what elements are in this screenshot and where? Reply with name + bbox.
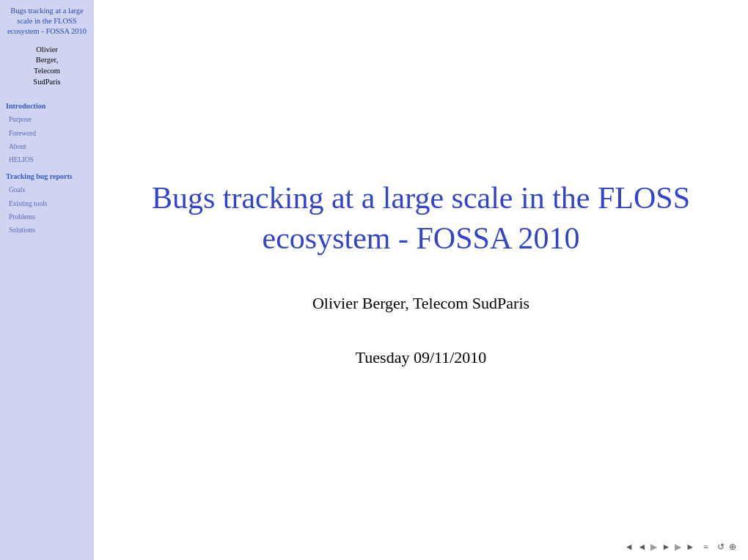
nav-zoom-icon[interactable]: ⊕ [729,542,736,553]
nav-prev-icon[interactable]: ◄ [638,542,647,553]
slide-date: Tuesday 09/11/2010 [356,348,487,367]
sidebar-item-problems[interactable]: Problems [4,212,89,222]
nav-bar: ◄ ◄ ▶ ► ▶ ► ≡ ↺ ⊕ [625,542,736,553]
nav-toc-icon[interactable]: ≡ [703,542,708,553]
sidebar-item-purpose[interactable]: Purpose [4,114,89,125]
slide-title: Bugs tracking at a large scale in the FL… [152,178,690,258]
nav-sep1: ▶ [650,542,657,553]
sidebar: Bugs tracking at a large scale in the FL… [0,0,94,560]
sidebar-item-about[interactable]: About [4,141,89,152]
sidebar-item-helios[interactable]: HELIOS [4,155,89,165]
sidebar-section-introduction[interactable]: Introduction [4,102,89,110]
sidebar-title: Bugs tracking at a large scale in the FL… [4,6,89,37]
main-content: Bugs tracking at a large scale in the FL… [94,0,748,560]
nav-last-icon[interactable]: ► [686,542,694,553]
nav-back-icon[interactable]: ↺ [717,542,725,553]
sidebar-item-foreword[interactable]: Foreword [4,128,89,139]
sidebar-item-solutions[interactable]: Solutions [4,225,89,235]
sidebar-author: Olivier Berger, Telecom SudParis [4,45,89,88]
sidebar-section-tracking[interactable]: Tracking bug reports [4,172,89,180]
nav-sep2: ▶ [675,542,681,553]
sidebar-item-goals[interactable]: Goals [4,185,89,195]
sidebar-item-existing-tools[interactable]: Existing tools [4,199,89,209]
slide-author: Olivier Berger, Telecom SudParis [312,294,529,313]
nav-first-icon[interactable]: ◄ [625,542,634,553]
nav-next-icon[interactable]: ► [661,542,670,553]
